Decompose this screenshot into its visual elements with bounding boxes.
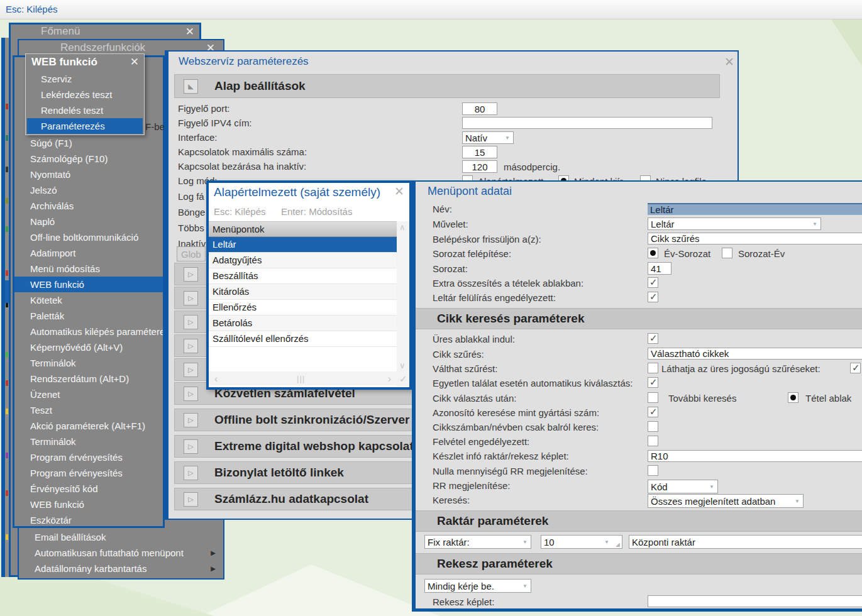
glob-button[interactable]: Glob bbox=[177, 246, 206, 261]
keszlet-info-input[interactable]: R10 bbox=[648, 450, 862, 462]
menu-item[interactable]: Számológép (F10) bbox=[14, 151, 163, 167]
menu-item[interactable]: Érvényesítő kód bbox=[14, 481, 163, 497]
sorozat-ev-radio[interactable] bbox=[722, 248, 732, 258]
horizontal-scrollbar[interactable]: ‹ ||| › bbox=[209, 371, 397, 385]
rr-megjelenites-dropdown[interactable]: Kód ▼ bbox=[648, 480, 718, 493]
scroll-grip-icon[interactable]: ||| bbox=[297, 374, 305, 383]
menu-item[interactable]: Súgó (F1) bbox=[14, 135, 163, 151]
scroll-up-icon[interactable]: ∧ bbox=[399, 223, 406, 232]
webszerviz-close-icon[interactable]: ✕ bbox=[724, 56, 734, 68]
menu-item[interactable]: Rendszerdátum (Alt+D) bbox=[14, 371, 163, 387]
ures-ablak-checkbox[interactable] bbox=[648, 333, 658, 344]
balrol-keres-checkbox[interactable] bbox=[648, 421, 658, 432]
menu-item[interactable]: Paletták bbox=[14, 308, 163, 324]
menu-item[interactable]: WEB funkció bbox=[14, 497, 163, 512]
popup-menu-item[interactable]: Szerviz bbox=[27, 71, 143, 87]
dropdown-value: Összes megjelenített adatban bbox=[651, 496, 775, 507]
popup-close-icon[interactable]: ✕ bbox=[130, 57, 139, 67]
vertical-scrollbar[interactable]: ∧ ∨ bbox=[397, 221, 409, 387]
menu-item[interactable]: Teszt bbox=[14, 402, 163, 418]
menu-item[interactable]: Jelszó bbox=[14, 182, 163, 198]
popup-menu-item[interactable]: Lekérdezés teszt bbox=[27, 87, 143, 102]
expand-icon[interactable]: ▷ bbox=[184, 291, 198, 305]
valthat-szurest-checkbox[interactable] bbox=[648, 363, 658, 373]
list-row[interactable]: Ellenőrzés bbox=[209, 300, 397, 316]
expand-icon[interactable]: ▷ bbox=[184, 413, 198, 427]
cikk-szures-input[interactable]: Választható cikkek bbox=[648, 348, 862, 360]
scroll-down-icon[interactable]: ∨ bbox=[399, 361, 406, 370]
lathatja-checkbox[interactable] bbox=[850, 363, 861, 373]
menu-item[interactable]: Email beállítások bbox=[19, 529, 223, 545]
menu-item[interactable]: Off-line boltkommunikáció bbox=[14, 229, 163, 245]
figyelo-port-input[interactable]: 80 bbox=[462, 102, 497, 115]
leltar-feluliras-checkbox[interactable] bbox=[648, 292, 658, 302]
menu-item[interactable]: Akció paraméterek (Alt+F1) bbox=[14, 418, 163, 434]
expand-icon[interactable]: ▷ bbox=[184, 267, 198, 282]
raktar-szam-combo[interactable]: 10 ▼ ◢ bbox=[541, 535, 622, 549]
menu-item[interactable]: Menü módosítás bbox=[14, 261, 163, 277]
menu-item[interactable]: Terminálok bbox=[14, 355, 163, 371]
column-header-menupontok[interactable]: Menüpontok bbox=[209, 221, 397, 237]
list-row[interactable]: Betárolás bbox=[209, 316, 397, 331]
collapse-icon[interactable]: ◣ bbox=[184, 79, 198, 94]
menu-item[interactable]: Kötetek bbox=[14, 292, 163, 308]
expand-icon[interactable]: ▷ bbox=[184, 492, 198, 507]
muvelet-dropdown[interactable]: Leltár ▼ bbox=[648, 217, 821, 230]
popup-menu-item[interactable]: Rendelés teszt bbox=[27, 102, 143, 118]
fix-raktar-dropdown[interactable]: Fix raktár: ▼ bbox=[424, 535, 531, 549]
expand-icon[interactable]: ▷ bbox=[184, 466, 198, 480]
tovabbi-kereses-checkbox[interactable] bbox=[648, 392, 658, 403]
expand-icon[interactable]: ▷ bbox=[184, 339, 198, 353]
figyelo-ipv4-input[interactable] bbox=[462, 117, 712, 129]
menu-item[interactable]: Képernyővédő (Alt+V) bbox=[14, 339, 163, 355]
menu-item[interactable]: Automatikusan futtatható menüpont▶ bbox=[19, 545, 223, 561]
felvetel-checkbox[interactable] bbox=[648, 436, 658, 446]
list-row[interactable]: Kitárolás bbox=[209, 284, 397, 300]
menu-item[interactable]: Eszköztár bbox=[14, 512, 163, 528]
menu-item[interactable]: Terminálok bbox=[14, 434, 163, 449]
fomenu-close-icon[interactable]: ✕ bbox=[185, 26, 194, 37]
inaktiv-timeout-input[interactable]: 120 bbox=[462, 160, 497, 173]
expand-icon[interactable]: ▷ bbox=[184, 387, 198, 401]
nulla-rr-checkbox[interactable] bbox=[648, 465, 658, 476]
sorozat-input[interactable]: 41 bbox=[648, 262, 671, 275]
raktar-nev-input[interactable]: Központi raktár bbox=[629, 535, 862, 549]
extra-osszesites-checkbox[interactable] bbox=[648, 277, 658, 288]
alapertelmezett-close-icon[interactable]: ✕ bbox=[394, 185, 404, 197]
nev-input[interactable]: Leltár bbox=[648, 203, 862, 215]
list-row[interactable]: Szállítólevél ellenőrzés bbox=[209, 331, 397, 347]
menu-item[interactable]: Program érvényesítés bbox=[14, 449, 163, 465]
confirm-check-icon[interactable]: ✓ bbox=[399, 373, 407, 385]
tetel-ablak-radio[interactable] bbox=[788, 392, 798, 403]
azonosito-checkbox[interactable] bbox=[648, 407, 658, 417]
interface-dropdown[interactable]: Natív ▼ bbox=[462, 131, 514, 144]
menu-item[interactable]: Archiválás bbox=[14, 198, 163, 214]
menu-item[interactable]: Automatikus kilépés paraméterek bbox=[14, 324, 163, 339]
menu-item[interactable]: Üzenet bbox=[14, 387, 163, 402]
kereses-dropdown[interactable]: Összes megjelenített adatban ▼ bbox=[648, 494, 804, 508]
expand-icon[interactable]: ▷ bbox=[184, 439, 198, 454]
egyetlen-talalat-checkbox[interactable] bbox=[648, 377, 658, 388]
popup-menu-item[interactable]: Paraméterezés bbox=[27, 118, 143, 134]
field-label: Cikkszámban/névben csak balról keres: bbox=[433, 422, 599, 433]
scroll-right-icon[interactable]: › bbox=[388, 373, 391, 385]
menu-item[interactable]: Program érvényesítés bbox=[14, 465, 163, 481]
esc-exit-label[interactable]: Esc: Kilépés bbox=[6, 4, 58, 14]
rekesz-mod-dropdown[interactable]: Mindig kérje be. ▼ bbox=[424, 579, 531, 593]
list-row[interactable]: Adatgyűjtés bbox=[209, 253, 397, 268]
menu-item[interactable]: Adatimport bbox=[14, 245, 163, 261]
menu-item[interactable]: Adatállomány karbantartás▶ bbox=[19, 561, 223, 576]
scroll-left-icon[interactable]: ‹ bbox=[214, 373, 218, 385]
menu-item[interactable]: Nyomtató bbox=[14, 167, 163, 182]
menu-item[interactable]: WEB funkció bbox=[14, 277, 163, 292]
menu-item[interactable]: Napló bbox=[14, 214, 163, 229]
ev-sorozat-radio[interactable] bbox=[648, 248, 658, 258]
expand-icon[interactable]: ▷ bbox=[184, 315, 198, 329]
field-label: Interface: bbox=[178, 132, 218, 143]
list-row[interactable]: Leltár bbox=[209, 237, 397, 253]
max-kapcsolat-input[interactable]: 15 bbox=[462, 146, 497, 158]
belepeskor-input[interactable]: Cikk szűrés bbox=[648, 233, 862, 245]
list-row[interactable]: Beszállítás bbox=[209, 268, 397, 284]
rekesz-keplet-input[interactable] bbox=[648, 595, 862, 607]
expand-icon[interactable]: ▷ bbox=[184, 363, 198, 377]
